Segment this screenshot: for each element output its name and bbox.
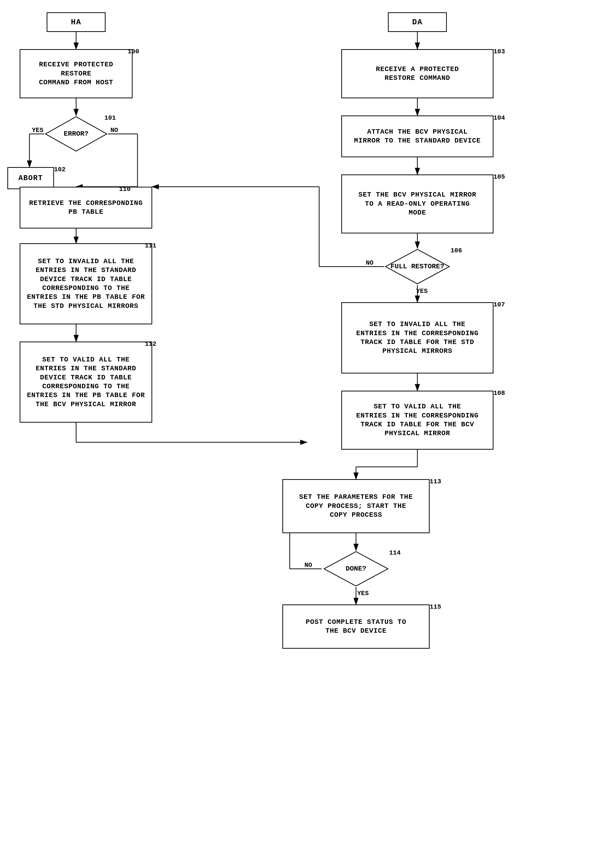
label-106: 106 — [450, 247, 462, 254]
label-104: 104 — [493, 114, 505, 122]
node-106: FULL RESTORE? — [384, 248, 450, 285]
label-114: 114 — [389, 549, 401, 557]
label-103: 103 — [493, 48, 505, 55]
node-107: SET TO INVALID ALL THE ENTRIES IN THE CO… — [341, 302, 493, 373]
label-no-114: NO — [304, 561, 312, 569]
node-115: POST COMPLETE STATUS TO THE BCV DEVICE — [282, 604, 430, 649]
label-110: 110 — [119, 185, 131, 193]
node-110: RETRIEVE THE CORRESPONDING PB TABLE — [20, 187, 152, 229]
flowchart-diagram: HA DA RECEIVE PROTECTED RESTORE COMMAND … — [0, 0, 616, 845]
label-115: 115 — [430, 603, 441, 611]
node-105: SET THE BCV PHYSICAL MIRROR TO A READ-ON… — [341, 175, 493, 234]
node-114: DONE? — [323, 550, 389, 587]
label-102: 102 — [54, 166, 66, 173]
label-no-106: NO — [366, 259, 373, 267]
label-107: 107 — [493, 301, 505, 309]
header-da: DA — [388, 12, 447, 32]
node-101: ERROR? — [44, 116, 108, 152]
header-ha: HA — [47, 12, 106, 32]
label-108: 108 — [493, 389, 505, 397]
label-100: 100 — [128, 48, 139, 55]
node-108: SET TO VALID ALL THE ENTRIES IN THE CORR… — [341, 391, 493, 450]
node-104: ATTACH THE BCV PHYSICAL MIRROR TO THE ST… — [341, 116, 493, 157]
label-105: 105 — [493, 173, 505, 181]
node-102: ABORT — [7, 167, 54, 189]
node-111: SET TO INVALID ALL THE ENTRIES IN THE ST… — [20, 243, 152, 324]
node-112: SET TO VALID ALL THE ENTRIES IN THE STAN… — [20, 341, 152, 423]
label-yes-114: YES — [357, 590, 369, 597]
label-112: 112 — [145, 340, 156, 348]
label-111: 111 — [145, 242, 156, 250]
node-100: RECEIVE PROTECTED RESTORE COMMAND FROM H… — [20, 49, 133, 98]
label-no-101: NO — [110, 126, 118, 134]
label-yes-106: YES — [416, 288, 428, 295]
label-101: 101 — [104, 114, 116, 122]
label-yes-101: YES — [32, 126, 44, 134]
node-103: RECEIVE A PROTECTED RESTORE COMMAND — [341, 49, 493, 98]
node-113: SET THE PARAMETERS FOR THE COPY PROCESS;… — [282, 479, 430, 533]
label-113: 113 — [430, 478, 441, 485]
